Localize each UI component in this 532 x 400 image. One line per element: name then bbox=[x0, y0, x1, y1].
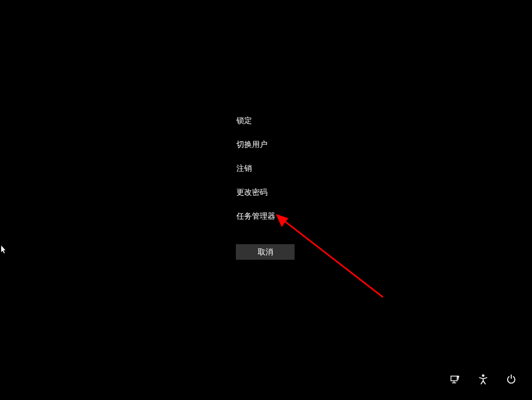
menu-item-sign-out[interactable]: 注销 bbox=[236, 164, 275, 174]
svg-rect-2 bbox=[451, 376, 457, 381]
security-menu: 锁定 切换用户 注销 更改密码 任务管理器 bbox=[236, 116, 275, 221]
svg-line-0 bbox=[282, 219, 383, 297]
bottom-icons-bar bbox=[450, 374, 516, 384]
menu-item-change-password[interactable]: 更改密码 bbox=[236, 188, 275, 197]
accessibility-icon[interactable] bbox=[478, 374, 488, 384]
svg-marker-1 bbox=[276, 214, 288, 227]
cursor-icon bbox=[1, 245, 7, 255]
cancel-button[interactable]: 取消 bbox=[236, 244, 295, 260]
menu-item-lock[interactable]: 锁定 bbox=[236, 116, 275, 126]
menu-item-task-manager[interactable]: 任务管理器 bbox=[236, 211, 275, 221]
svg-point-7 bbox=[482, 375, 484, 377]
power-icon[interactable] bbox=[506, 374, 516, 384]
cancel-button-container: 取消 bbox=[236, 244, 295, 260]
network-icon[interactable] bbox=[450, 374, 460, 384]
menu-item-switch-user[interactable]: 切换用户 bbox=[236, 140, 275, 150]
